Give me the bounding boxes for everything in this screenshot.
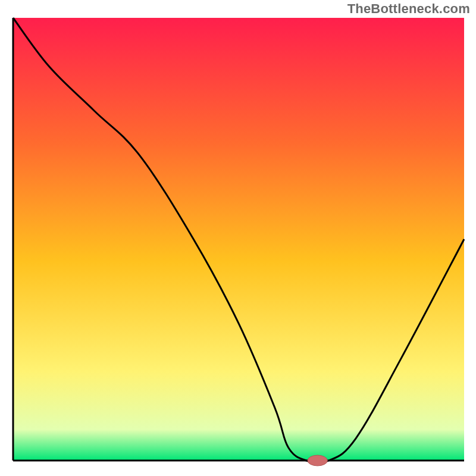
- chart-background: [13, 18, 464, 461]
- chart-canvas: TheBottleneck.com: [0, 0, 476, 476]
- bottleneck-chart: [0, 0, 476, 476]
- optimal-point-marker: [308, 455, 327, 466]
